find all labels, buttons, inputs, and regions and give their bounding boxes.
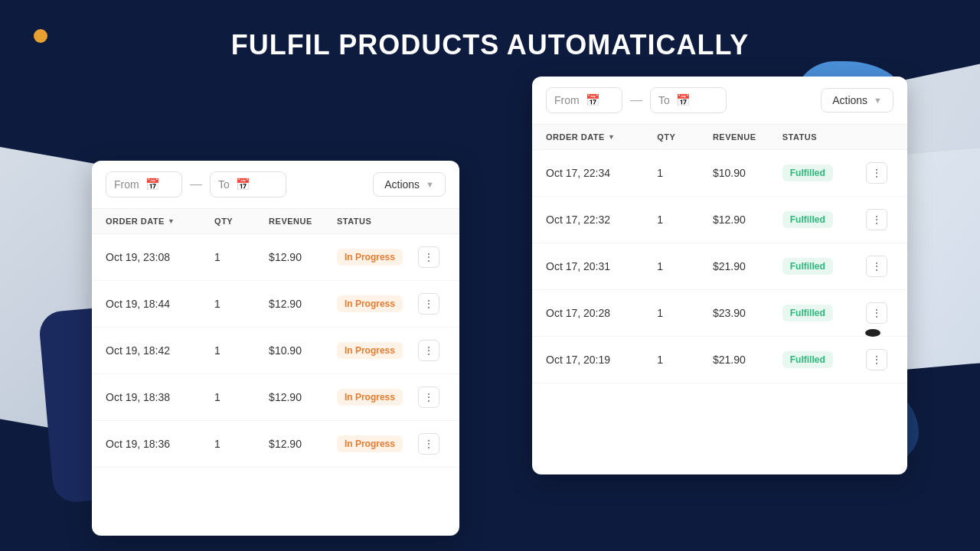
status-badge: Fulfilled [782, 305, 833, 321]
right-more-button-2[interactable]: ⋮ [866, 256, 887, 277]
status-badge: Fulfilled [782, 211, 833, 228]
right-row-status: Fulfilled [782, 305, 866, 321]
left-table-row: Oct 19, 18:42 1 $10.90 In Progress ⋮ [92, 328, 459, 374]
right-to-calendar-icon: 📅 [676, 93, 691, 107]
status-badge: Fulfilled [782, 351, 833, 368]
left-more-button-3[interactable]: ⋮ [418, 386, 439, 408]
left-row-more[interactable]: ⋮ [418, 246, 446, 268]
left-actions-chevron-icon: ▼ [426, 180, 434, 189]
right-row-status: Fulfilled [782, 258, 866, 275]
right-table-row: Oct 17, 22:34 1 $10.90 Fulfilled ⋮ [532, 150, 907, 197]
right-table-row: Oct 17, 20:31 1 $21.90 Fulfilled ⋮ [532, 243, 907, 290]
left-more-button-4[interactable]: ⋮ [418, 433, 439, 455]
left-row-date: Oct 19, 18:44 [106, 298, 214, 310]
left-from-label: From [114, 178, 139, 191]
right-row-more[interactable]: ⋮ [866, 209, 893, 230]
right-row-qty: 1 [657, 260, 713, 272]
left-row-revenue: $12.90 [269, 298, 337, 310]
right-sort-icon: ▼ [608, 133, 615, 141]
left-more-button-2[interactable]: ⋮ [418, 340, 439, 361]
left-more-button-0[interactable]: ⋮ [418, 246, 439, 268]
left-sort-icon: ▼ [168, 217, 175, 225]
page-title: FULFIL PRODUCTS AUTOMATICALLY [231, 29, 749, 61]
left-th-actions [418, 217, 446, 226]
left-to-calendar-icon: 📅 [236, 178, 250, 191]
right-row-date: Oct 17, 20:28 [546, 307, 657, 319]
left-th-order-date[interactable]: ORDER DATE ▼ [106, 217, 214, 226]
left-row-revenue: $12.90 [269, 438, 337, 450]
right-row-status: Fulfilled [782, 211, 866, 228]
status-badge: Fulfilled [782, 258, 833, 275]
right-row-qty: 1 [657, 167, 713, 179]
right-row-revenue: $21.90 [713, 354, 782, 366]
right-th-qty: QTY [657, 132, 713, 142]
deco-dot-dark [865, 329, 880, 337]
left-actions-button[interactable]: Actions ▼ [373, 172, 446, 197]
left-filter-bar: From 📅 — To 📅 Actions ▼ [92, 161, 459, 209]
left-row-status: In Progress [337, 295, 419, 312]
right-row-revenue: $23.90 [713, 307, 782, 319]
right-row-more[interactable]: ⋮ [866, 302, 893, 324]
left-from-date[interactable]: From 📅 [106, 171, 182, 197]
right-date-separator: — [630, 93, 642, 107]
right-row-status: Fulfilled [782, 165, 866, 181]
left-row-more[interactable]: ⋮ [418, 386, 446, 408]
left-row-more[interactable]: ⋮ [418, 433, 446, 455]
right-table-row: Oct 17, 22:32 1 $12.90 Fulfilled ⋮ [532, 197, 907, 243]
left-from-calendar-icon: 📅 [145, 178, 160, 191]
right-row-revenue: $12.90 [713, 214, 782, 226]
right-to-date[interactable]: To 📅 [650, 87, 727, 113]
right-th-order-date[interactable]: ORDER DATE ▼ [546, 132, 657, 142]
right-more-button-3[interactable]: ⋮ [866, 302, 887, 324]
right-row-revenue: $21.90 [713, 260, 782, 272]
right-from-label: From [554, 94, 580, 106]
left-row-qty: 1 [214, 391, 269, 403]
left-row-revenue: $10.90 [269, 344, 337, 357]
right-row-more[interactable]: ⋮ [866, 256, 893, 277]
right-row-status: Fulfilled [782, 351, 866, 368]
right-table-row: Oct 17, 20:19 1 $21.90 Fulfilled ⋮ [532, 337, 907, 383]
right-table-body: Oct 17, 22:34 1 $10.90 Fulfilled ⋮ Oct 1… [532, 150, 907, 383]
left-row-date: Oct 19, 18:36 [106, 438, 214, 450]
right-to-label: To [658, 94, 670, 106]
left-th-status: STATUS [337, 217, 419, 226]
left-row-status: In Progress [337, 435, 419, 452]
left-to-date[interactable]: To 📅 [210, 171, 286, 197]
right-row-more[interactable]: ⋮ [866, 349, 893, 370]
left-row-more[interactable]: ⋮ [418, 293, 446, 315]
status-badge: In Progress [337, 295, 403, 312]
right-from-calendar-icon: 📅 [586, 93, 600, 107]
status-badge: In Progress [337, 435, 403, 452]
right-th-status: STATUS [782, 132, 866, 142]
right-actions-label: Actions [832, 94, 867, 106]
left-row-date: Oct 19, 23:08 [106, 251, 214, 263]
left-table-row: Oct 19, 18:38 1 $12.90 In Progress ⋮ [92, 374, 459, 421]
right-th-actions [866, 132, 893, 142]
left-row-more[interactable]: ⋮ [418, 340, 446, 361]
right-row-more[interactable]: ⋮ [866, 162, 893, 184]
right-from-date[interactable]: From 📅 [546, 87, 622, 113]
left-table-row: Oct 19, 18:36 1 $12.90 In Progress ⋮ [92, 421, 459, 468]
left-row-status: In Progress [337, 249, 419, 266]
right-more-button-0[interactable]: ⋮ [866, 162, 887, 184]
left-row-qty: 1 [214, 344, 269, 357]
left-table-row: Oct 19, 18:44 1 $12.90 In Progress ⋮ [92, 281, 459, 328]
right-row-date: Oct 17, 22:34 [546, 167, 657, 179]
left-th-revenue: REVENUE [269, 217, 337, 226]
right-row-qty: 1 [657, 307, 713, 319]
right-more-button-1[interactable]: ⋮ [866, 209, 887, 230]
left-row-qty: 1 [214, 251, 269, 263]
status-badge: In Progress [337, 389, 403, 406]
left-table-row: Oct 19, 23:08 1 $12.90 In Progress ⋮ [92, 234, 459, 281]
right-actions-button[interactable]: Actions ▼ [821, 88, 893, 112]
right-more-button-4[interactable]: ⋮ [866, 349, 887, 370]
left-table-card: From 📅 — To 📅 Actions ▼ ORDER DATE ▼ QTY… [92, 161, 459, 536]
left-th-qty: QTY [214, 217, 269, 226]
status-badge: In Progress [337, 342, 403, 359]
left-table-body: Oct 19, 23:08 1 $12.90 In Progress ⋮ Oct… [92, 234, 459, 468]
left-row-status: In Progress [337, 342, 419, 359]
left-row-revenue: $12.90 [269, 391, 337, 403]
left-more-button-1[interactable]: ⋮ [418, 293, 439, 315]
left-date-separator: — [190, 178, 202, 191]
left-row-revenue: $12.90 [269, 251, 337, 263]
